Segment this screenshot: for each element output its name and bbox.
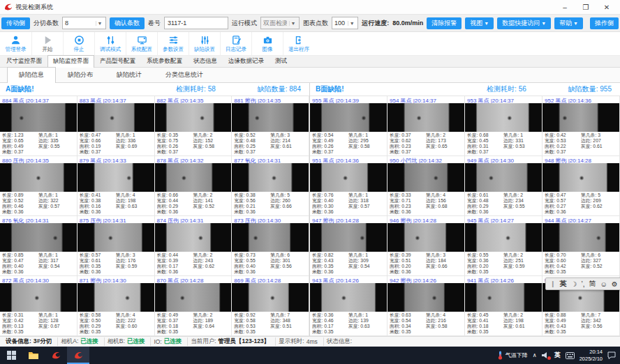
defect-cell[interactable]: 881 擦伤 |20:14:35 长度: 0.52宽度: 0.48面积: 0.2…	[232, 96, 309, 156]
ime-emoji-icon[interactable]: ☺	[600, 280, 607, 288]
taskbar-clock[interactable]: 20:14 2025/2/10	[580, 349, 603, 362]
defect-image[interactable]	[388, 103, 464, 132]
help-menu-button[interactable]: 帮助▼	[554, 17, 583, 29]
defect-image[interactable]	[310, 163, 387, 192]
defect-image[interactable]	[0, 223, 77, 252]
slit-count-select[interactable]: 8 ▼	[62, 17, 106, 29]
ime-punctuation-toggle[interactable]: ’,	[582, 280, 585, 288]
volume-icon[interactable]	[542, 351, 549, 359]
defect-cell[interactable]: 949 黑点 |20:14:30 长度: 0.61宽度: 0.48面积: 0.2…	[465, 156, 542, 216]
defect-cell[interactable]: 951 黑点 |20:14:36 长度: 0.76宽度: 0.40面积: 0.3…	[310, 156, 388, 216]
subtab-defect-statistics[interactable]: 缺陷统计	[105, 67, 154, 82]
system-config-button[interactable]: 系统配置	[126, 32, 157, 55]
input-language-indicator[interactable]: 英	[554, 351, 561, 360]
operator-side-button[interactable]: 操作侧	[590, 17, 619, 29]
defect-cell[interactable]: 870 黑点 |20:14:28 长度: 0.49宽度: 0.37面积: 0.1…	[155, 276, 232, 336]
action-center-icon[interactable]	[607, 351, 616, 359]
ime-settings-gear-icon[interactable]: ⚙	[612, 280, 618, 288]
start-button[interactable]: 开始	[31, 32, 63, 55]
defect-image[interactable]	[78, 163, 154, 192]
defect-cell[interactable]: 880 压伤 |20:14:35 长度: 0.89宽度: 0.52面积: 0.4…	[0, 156, 78, 216]
defect-cell[interactable]: 869 黑点 |20:14:28 长度: 0.92宽度: 0.58面积: 0.5…	[232, 276, 309, 336]
defect-image[interactable]	[310, 103, 387, 132]
defect-image[interactable]	[232, 163, 309, 192]
defect-cell[interactable]: 875 压伤 |20:14:31 长度: 0.57宽度: 0.61面积: 0.3…	[78, 216, 155, 276]
defect-image[interactable]	[155, 283, 232, 312]
defect-image[interactable]	[78, 223, 154, 252]
detection-app-button[interactable]	[45, 347, 67, 364]
drive-side-button[interactable]: 传动侧	[1, 17, 30, 29]
defect-cell[interactable]: 884 黑点 |20:14:37 长度: 1.23宽度: 0.65面积: 0.4…	[0, 96, 78, 156]
parameter-settings-button[interactable]: 参数设置	[157, 32, 189, 55]
defect-cell[interactable]: 883 黑点 |20:14:37 长度: 0.47宽度: 0.66面积: 0.1…	[78, 96, 155, 156]
tab-edge-data-record[interactable]: 边缘数据记录	[223, 55, 270, 67]
defect-image[interactable]	[0, 163, 77, 192]
defect-cell[interactable]: 942 擦伤 |20:14:26 长度: 0.63宽度: 0.54面积: 0.3…	[388, 276, 465, 336]
weather-widget[interactable]: 气温下降	[497, 351, 528, 360]
admin-login-button[interactable]: 管理登录	[0, 32, 31, 55]
exit-program-button[interactable]: 退出程序	[283, 32, 314, 55]
defect-image[interactable]	[78, 103, 154, 132]
defect-image[interactable]	[232, 223, 309, 252]
defect-image[interactable]	[0, 283, 77, 312]
subtab-defect-info[interactable]: 缺陷信息	[7, 67, 56, 83]
run-mode-select[interactable]: 双面检测 ▼	[260, 17, 300, 29]
defect-image[interactable]	[155, 163, 232, 192]
defect-image[interactable]	[310, 223, 387, 252]
chart-points-select[interactable]: 100 ▼	[332, 17, 358, 29]
subtab-defect-distribution[interactable]: 缺陷分布	[56, 67, 105, 82]
confirm-count-button[interactable]: 确认条数	[110, 17, 145, 29]
defect-image[interactable]	[0, 103, 77, 132]
defect-cell[interactable]: 874 压伤 |20:14:31 长度: 0.44宽度: 0.39面积: 0.1…	[155, 216, 232, 276]
coil-number-input[interactable]	[164, 17, 228, 29]
defect-image[interactable]	[155, 223, 232, 252]
defect-cell[interactable]: 948 擦伤 |20:14:28 长度: 0.47宽度: 0.57面积: 0.2…	[542, 156, 620, 216]
ime-grip-handle[interactable]: ❙	[550, 280, 556, 287]
start-menu-button[interactable]	[0, 347, 22, 364]
close-button[interactable]: ✕	[596, 1, 617, 13]
defect-image[interactable]	[310, 283, 387, 312]
tab-test[interactable]: 测试	[270, 55, 293, 67]
defect-cell[interactable]: 943 黑点 |20:14:26 长度: 0.36宽度: 0.46面积: 0.1…	[310, 276, 388, 336]
defect-image[interactable]	[232, 103, 309, 132]
defect-settings-button[interactable]: 缺陷设置	[189, 32, 220, 55]
defect-image[interactable]	[465, 283, 542, 312]
view-menu-button[interactable]: 视图▼	[465, 17, 494, 29]
defect-cell[interactable]: 950 小凹坑 |20:14:32 长度: 0.33宽度: 0.71面积: 0.…	[388, 156, 465, 216]
defect-image[interactable]	[388, 223, 464, 252]
detection-app-active-button[interactable]	[67, 347, 89, 364]
defect-image[interactable]	[232, 283, 309, 312]
tray-expand-chevron[interactable]: ∧	[533, 352, 537, 358]
tab-defect-monitor[interactable]: 缺陷监控界面	[47, 55, 94, 68]
defect-cell[interactable]: 953 黑点 |20:14:37 长度: 0.68宽度: 0.45面积: 0.3…	[465, 96, 542, 156]
defect-cell[interactable]: 954 黑点 |20:14:37 长度: 0.37宽度: 0.62面积: 0.2…	[388, 96, 465, 156]
defect-cell[interactable]: 946 擦伤 |20:14:28 长度: 0.39宽度: 0.51面积: 0.2…	[388, 216, 465, 276]
defect-image[interactable]	[465, 103, 542, 132]
tab-status-info[interactable]: 状态信息	[188, 55, 223, 67]
defect-image[interactable]	[542, 223, 619, 252]
subtab-class-info-statistics[interactable]: 分类信息统计	[154, 67, 215, 82]
minimize-button[interactable]: –	[554, 1, 575, 13]
defect-image[interactable]	[542, 163, 619, 192]
defect-image[interactable]	[465, 163, 542, 192]
defect-cell[interactable]: 873 压伤 |20:14:30 长度: 0.73宽度: 0.55面积: 0.4…	[232, 216, 309, 276]
clear-alarm-button[interactable]: 清除报警	[427, 17, 462, 29]
ime-simplified-toggle[interactable]: 简	[589, 279, 596, 289]
defect-image[interactable]	[388, 163, 464, 192]
defect-cell[interactable]: 879 黑点 |20:14:33 长度: 0.41宽度: 0.38面积: 0.1…	[78, 156, 155, 216]
defect-cell[interactable]: 947 擦伤 |20:14:28 长度: 0.82宽度: 0.43面积: 0.3…	[310, 216, 388, 276]
defect-image[interactable]	[465, 223, 542, 252]
defect-image[interactable]	[388, 283, 464, 312]
defect-cell[interactable]: 941 黑点 |20:14:26 长度: 0.45宽度: 0.41面积: 0.1…	[465, 276, 542, 336]
defect-cell[interactable]: 871 擦伤 |20:14:30 长度: 0.58宽度: 0.50面积: 0.2…	[78, 276, 155, 336]
defect-cell[interactable]: 955 黑点 |20:14:39 长度: 0.54宽度: 0.49面积: 0.2…	[310, 96, 388, 156]
maximize-button[interactable]: ❐	[575, 1, 596, 13]
ime-halfwidth-moon-icon[interactable]: ☽	[571, 280, 577, 288]
defect-cell[interactable]: 872 黑点 |20:14:30 长度: 0.31宽度: 0.42面积: 0.1…	[0, 276, 78, 336]
log-record-button[interactable]: 日志记录	[220, 32, 251, 55]
defect-image[interactable]	[78, 283, 154, 312]
defect-cell[interactable]: 878 黑点 |20:14:32 长度: 0.66宽度: 0.44面积: 0.2…	[155, 156, 232, 216]
defect-image[interactable]	[542, 103, 619, 132]
debug-mode-button[interactable]: 调试模式	[94, 32, 126, 55]
image-button[interactable]: 图像	[251, 32, 283, 55]
